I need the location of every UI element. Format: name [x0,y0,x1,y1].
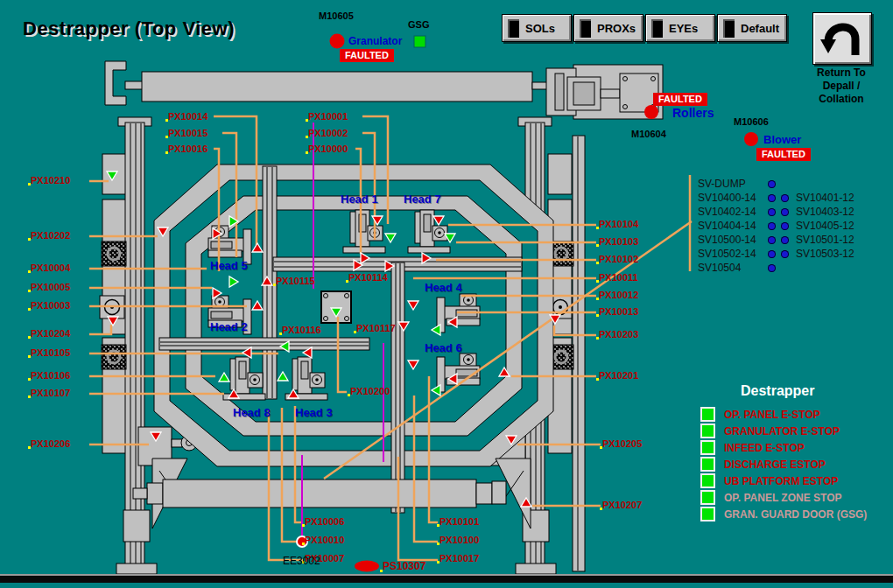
sv-row: SV10502-14SV10503-12 [698,247,854,261]
ee3002-label: EE3002 [283,555,320,567]
valve-dot-icon [768,264,776,272]
sensor-label: PX10202 [31,230,70,241]
sensor-label: PX10116 [282,325,321,335]
ps10307-dot [355,561,379,572]
sensor-label: PX10012 [599,290,638,300]
return-arrow-icon [813,13,869,62]
sv-row: SV10504 [698,261,854,275]
bottom-bar [0,576,893,583]
estop-status-square [700,490,715,505]
sensor-label: PX10015 [168,128,207,138]
sensor-label: PX10004 [31,262,70,273]
estop-title: Destrapper [741,383,867,399]
rollers-label: Rollers [672,106,714,120]
estop-row: OP. PANEL E-STOP [700,406,867,423]
sensor-label: PX10102 [599,254,638,264]
estop-row: INFEED E-STOP [700,439,867,456]
estop-row: OP. PANEL ZONE STOP [700,489,867,506]
sensor-label: PX10210 [31,175,70,186]
estop-row: GRAN. GUARD DOOR (GSG) [700,506,867,522]
valve-dot-icon [768,180,776,188]
nav-button-row: SOLs PROXs EYEs Default [502,14,789,42]
sensor-label: PX10100 [439,535,479,545]
blower-fault-dot [744,132,758,146]
default-button[interactable]: Default [717,14,787,42]
estop-status-square [700,457,715,472]
sensor-label: PX10206 [31,438,70,449]
blower-tag: M10606 [734,116,769,127]
sensor-label: PX10010 [305,535,344,545]
eyes-button[interactable]: EYEs [645,14,715,42]
sensor-label: PX10006 [305,516,344,527]
sv-row: SV10404-14SV10405-12 [698,219,854,233]
estop-status-square [700,440,715,455]
head-3-label: Head 3 [295,406,333,419]
head-8-label: Head 8 [233,406,271,419]
sensor-label: PX10105 [31,347,70,358]
eyes-button-icon [651,19,663,38]
sols-button[interactable]: SOLs [502,14,572,42]
proxs-button[interactable]: PROXs [573,14,643,42]
head-1-label: Head 1 [341,192,378,206]
sv-row: SV10402-14SV10403-12 [698,205,854,219]
valve-dot-icon [781,250,789,258]
valve-dot-icon [781,208,789,216]
sols-button-icon [508,19,519,38]
sensor-label: PX10200 [350,386,390,396]
head-5-label: Head 5 [210,259,248,272]
valve-dot-icon [781,236,789,244]
sensor-label: PX10014 [168,111,207,122]
valve-dot-icon [781,222,789,230]
sensor-label: PX10114 [348,272,388,283]
sv-row: SV10400-14SV10401-12 [698,191,854,205]
head-4-label: Head 4 [425,281,462,294]
sensor-label: PX10117 [356,323,396,333]
valve-dot-icon [768,236,776,244]
valve-dot-icon [781,194,789,202]
default-button-icon [723,19,735,38]
granulator-fault-badge: FAULTED [340,49,394,62]
estop-row: DISCHARGE ESTOP [700,456,867,472]
sensor-label: PX10003 [31,300,70,311]
granulator-fault-dot [330,34,345,49]
ps10307-label: PS10307 [383,560,425,572]
sensor-label: PX10013 [599,306,638,317]
sensor-label: PX10005 [31,282,70,292]
sv-row: SV10500-14SV10501-12 [698,233,854,247]
sensor-label: PX10016 [168,144,207,154]
page-title: Destrapper (Top View) [23,18,235,40]
sensor-label: PX10107 [31,388,70,398]
valve-dot-icon [768,250,776,258]
valve-dot-icon [768,222,776,230]
sensor-label: PX10103 [599,236,638,247]
estop-status-square [700,407,715,422]
gsg-label: GSG [408,19,429,30]
sensor-label: PX10104 [599,219,638,229]
sensor-label: PX10203 [599,329,638,340]
granulator-tag: M10605 [319,10,354,21]
gsg-status-square [414,36,425,47]
blower-label: Blower [763,133,801,146]
estop-row: GRANULATOR E-STOP [700,423,867,439]
head-6-label: Head 6 [425,341,462,354]
sensor-label: PX10207 [602,500,642,510]
estop-status-square [700,473,715,488]
proxs-button-icon [580,19,591,38]
sensor-label: PX10106 [31,370,70,381]
estop-row: UB PLATFORM ESTOP [700,472,867,489]
sv-row: SV-DUMP [698,177,854,191]
center-plate [321,291,351,323]
estop-panel: Destrapper OP. PANEL E-STOP GRANULATOR E… [700,383,867,522]
sensor-label: PX10017 [439,553,479,564]
sensor-label: PX10205 [602,438,642,449]
sensor-label: PX10115 [276,276,315,286]
valve-dot-icon [768,208,776,216]
return-button[interactable] [812,12,872,65]
head-2-label: Head 2 [210,320,248,333]
sensor-label: PX10201 [599,370,638,381]
return-button-caption: Return To Depall / Collation [798,66,884,106]
rollers-fault-dot [644,105,658,119]
valve-dot-icon [768,194,776,202]
head-7-label: Head 7 [404,192,441,206]
sensor-label: PX10204 [31,328,70,339]
